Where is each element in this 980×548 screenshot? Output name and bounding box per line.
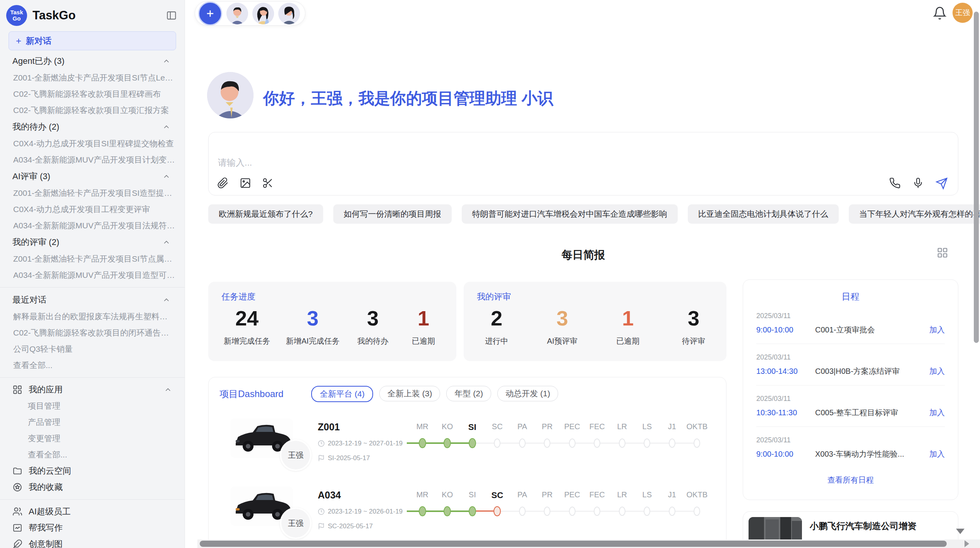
suggestion-chip[interactable]: 特朗普可能对进口汽车增税会对中国车企造成哪些影响 [462,204,678,224]
list-item[interactable]: 公司Q3轻卡销量 [0,341,185,357]
list-item[interactable]: Z001-全新燃油轻卡产品开发项目SI造型提交物评审 [0,185,185,201]
milestone-label: FEC [585,490,610,500]
list-item[interactable]: C02-飞腾新能源轻客改款项目里程碑画布 [0,86,185,102]
sidebar-item-help-me-write[interactable]: 帮我写作 [0,520,185,536]
attachment-icon[interactable] [217,177,230,190]
star-badge-icon [12,482,22,492]
sidebar-item-project-mgmt[interactable]: 项目管理 [0,398,185,414]
add-agent-button[interactable] [198,2,222,26]
scroll-right-arrow-icon[interactable] [965,540,969,547]
voice-call-icon[interactable] [889,177,901,190]
chevron-up-icon[interactable] [162,172,171,181]
section-my-review[interactable]: 我的评审 (2) [0,234,185,251]
flag-text: SC-2025-05-17 [328,522,373,530]
stat-overdue: 1 已逾期 [406,307,441,346]
vertical-scrollbar[interactable] [974,12,979,343]
stat-ai-pre-review: 3 AI预评审 [545,307,580,346]
stat-value: 1 [406,307,441,330]
chevron-up-icon[interactable] [162,296,171,304]
list-item[interactable]: A034-全新新能源MUV产品开发项目计划变更表编写 [0,152,185,168]
suggestion-chip[interactable]: 欧洲新规最近颁布了什么? [208,204,323,224]
schedule-time: 9:00-10:00 [756,450,815,459]
milestone-track [394,502,712,521]
list-item[interactable]: C0X4-动力总成开发项目SI里程碑提交物检查 [0,135,185,152]
collapse-sidebar-icon[interactable] [166,10,177,21]
join-link[interactable]: 加入 [929,366,945,377]
chevron-up-icon[interactable] [162,238,171,247]
sidebar-item-ai-super-staff[interactable]: AI超级员工 [0,503,185,520]
chevron-up-icon[interactable] [162,123,171,131]
chat-input[interactable] [217,157,761,168]
creative-drawing-label: 创意制图 [29,538,63,548]
join-link[interactable]: 加入 [929,449,945,459]
microphone-icon[interactable] [912,177,925,190]
send-icon[interactable] [935,177,948,190]
section-my-todo[interactable]: 我的待办 (2) [0,118,185,135]
milestone-label: PEC [560,490,585,500]
section-recent-chats[interactable]: 最近对话 [0,291,185,308]
agent-avatar-3[interactable] [278,3,300,24]
view-all-chats[interactable]: 查看全部... [0,357,185,373]
agent-avatar-2[interactable] [252,3,274,24]
user-avatar[interactable]: 王强 [953,3,973,23]
chevron-up-icon[interactable] [162,57,171,65]
layout-grid-icon[interactable] [937,247,948,259]
image-upload-icon[interactable] [240,177,252,190]
agent-avatar-1[interactable] [226,3,248,24]
sidebar-item-favorites[interactable]: 我的收藏 [0,479,185,495]
join-link[interactable]: 加入 [929,408,945,418]
schedule-item[interactable]: 2025/03/11 9:00-10:00 X003-车辆动力学性能验... 加… [756,427,945,468]
horizontal-scrollbar-thumb[interactable] [200,541,947,547]
milestone-dot-overdue [493,506,501,516]
section-my-apps[interactable]: 我的应用 [0,382,185,398]
section-agent-done[interactable]: Agent已办 (3) [0,53,185,70]
suggestion-chip[interactable]: 如何写一份清晰的项目周报 [333,204,452,224]
tab-new-platform[interactable]: 全新平台 (4) [311,386,373,402]
section-label: 我的评审 (2) [12,236,59,248]
list-item[interactable]: 解释最新出台的欧盟报废车法规再生塑料比例被调至15%... [0,308,185,325]
schedule-event-title: C003|H0B-方案冻结评审 [815,366,924,377]
milestone-dot [619,438,625,448]
section-ai-review[interactable]: AI评审 (3) [0,168,185,185]
list-item[interactable]: A034-全新新能源MUV产品开发项目造型可行性评审 [0,267,185,283]
milestone-timeline: MR KO SI SC PA PR PEC FEC LR LS J1 OKTB [394,418,712,475]
list-item[interactable]: C02-飞腾新能源轻客改款项目立项汇报方案 [0,102,185,118]
scroll-down-arrow-icon[interactable] [956,529,965,534]
sidebar-item-cloud-space[interactable]: 我的云空间 [0,463,185,479]
milestone-dot-done [444,506,451,516]
list-item[interactable]: Z001-全新燃油皮卡产品开发项目SI节点Lesson Learn报告 [0,70,185,86]
milestone-timeline: MR KO SI SC PA PR PEC FEC LR LS J1 OKTB [394,486,712,543]
milestone-label: J1 [660,490,685,500]
schedule-item[interactable]: 2025/03/11 13:00-14:30 C003|H0B-方案冻结评审 加… [756,344,945,385]
sidebar-item-product-mgmt[interactable]: 产品管理 [0,414,185,430]
view-all-schedule-link[interactable]: 查看所有日程 [756,475,945,485]
sidebar-item-change-mgmt[interactable]: 变更管理 [0,430,185,447]
list-item[interactable]: Z001-全新燃油轻卡产品开发项目SI节点属性5D文件评审 [0,251,185,267]
suggestion-chips: 欧洲新规最近颁布了什么? 如何写一份清晰的项目周报 特朗普可能对进口汽车增税会对… [208,204,961,224]
notifications-bell-icon[interactable] [933,6,947,20]
stat-new-ai-done: 3 新增AI完成任务 [286,307,340,346]
tab-model-year[interactable]: 年型 (2) [446,386,491,401]
flag-icon [318,523,325,530]
list-item[interactable]: A034-全新新能源MUV产品开发项目法规符合性评审 [0,217,185,234]
schedule-item[interactable]: 2025/03/11 10:30-11:30 C005-整车工程目标评审 加入 [756,385,945,427]
project-row[interactable]: 王强 Z001 2023-12-19 ~ 2027-01-19 SI-2025-… [219,418,726,475]
suggestion-chip[interactable]: 比亚迪全固态电池计划具体说了什么 [688,204,839,224]
join-link[interactable]: 加入 [929,325,945,335]
milestone-dot-done [419,506,426,516]
list-item[interactable]: C0X4-动力总成开发项目工程变更评审 [0,201,185,217]
project-row[interactable]: 王强 A034 2023-12-19 ~ 2026-01-19 SC-2025-… [219,486,726,543]
new-chat-button[interactable]: + 新对话 [9,31,176,50]
dashboard-tabs: 全新平台 (4) 全新上装 (3) 年型 (2) 动总开发 (1) [311,386,558,402]
project-dashboard-card: 项目Dashboard 全新平台 (4) 全新上装 (3) 年型 (2) 动总开… [208,377,726,548]
tab-powertrain[interactable]: 动总开发 (1) [497,386,559,401]
sidebar-item-creative-drawing[interactable]: 创意制图 [0,536,185,548]
scissors-icon[interactable] [262,177,274,190]
milestone-label: PA [510,490,535,500]
schedule-item[interactable]: 2025/03/11 9:00-10:00 C001-立项审批会 加入 [756,303,945,344]
chevron-up-icon[interactable] [164,385,172,394]
suggestion-chip[interactable]: 当下年轻人对汽车外观有怎样的喜好趋势 [849,204,980,224]
list-item[interactable]: C02-飞腾新能源轻客改款项目的闭环通告反馈情况 [0,325,185,341]
tab-new-body[interactable]: 全新上装 (3) [379,386,440,401]
view-all-apps[interactable]: 查看全部... [0,447,185,463]
